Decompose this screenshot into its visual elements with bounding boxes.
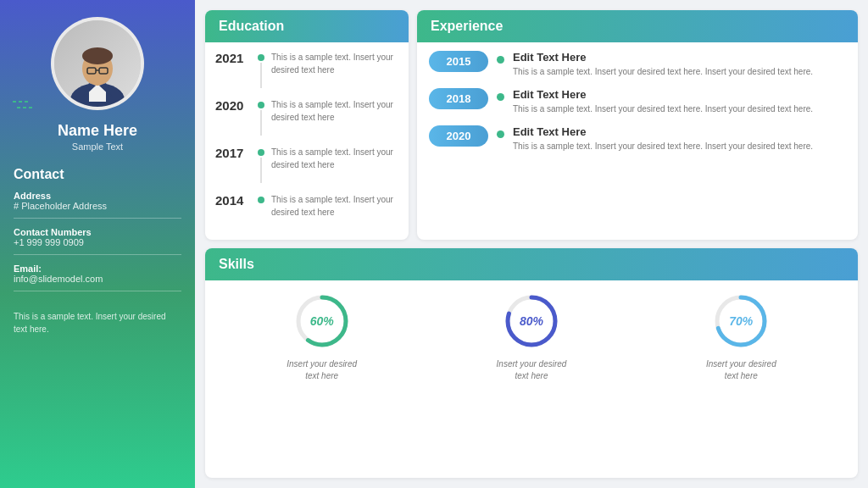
education-item: 2021 This is a sample text. Insert your … [215,51,398,88]
edu-dot [258,197,264,203]
edu-text: This is a sample text. Insert your desir… [271,98,398,124]
skill-circle-container: 70% [710,291,771,352]
edu-year: 2020 [215,98,251,113]
profile-subtitle: Sample Text [72,141,123,152]
education-item: 2014 This is a sample text. Insert your … [215,193,398,219]
education-list: 2021 This is a sample text. Insert your … [205,42,409,237]
experience-item: 2018 Edit Text Here This is a sample tex… [429,88,846,115]
exp-year-badge: 2020 [429,125,488,147]
education-header: Education [205,10,409,42]
exp-desc: This is a sample text. Insert your desir… [513,140,813,152]
address-label: Address [14,191,181,201]
exp-dot [497,56,504,64]
edu-line [260,158,262,183]
exp-content: Edit Text Here This is a sample text. In… [513,125,813,152]
skill-circle-container: 80% [501,291,562,352]
education-card: Education 2021 This is a sample text. In… [205,10,409,240]
exp-title: Edit Text Here [513,125,813,138]
experience-list: 2015 Edit Text Here This is a sample tex… [417,42,858,161]
skills-card: Skills 60% Insert your desiredtext here … [205,248,858,478]
exp-year-badge: 2015 [429,51,488,72]
skill-item: 70% Insert your desiredtext here [706,291,776,382]
skill-desc: Insert your desiredtext here [287,358,357,382]
skills-header: Skills [205,248,858,280]
address-value: # Placeholder Address [14,201,181,211]
skill-circle-container: 60% [292,291,353,352]
exp-content: Edit Text Here This is a sample text. In… [513,51,813,78]
skill-desc: Insert your desiredtext here [497,358,567,382]
edu-text: This is a sample text. Insert your desir… [271,51,398,76]
phone-value: +1 999 999 0909 [14,237,181,247]
contact-email: Email: info@slidemodel.com [14,263,181,291]
exp-year-badge: 2018 [429,88,488,109]
edu-dot [258,54,264,61]
education-item: 2017 This is a sample text. Insert your … [215,146,398,183]
experience-item: 2015 Edit Text Here This is a sample tex… [429,51,846,78]
contact-phone: Contact Numbers +1 999 999 0909 [14,227,181,255]
edu-text: This is a sample text. Insert your desir… [271,146,398,171]
edu-line [260,110,262,136]
exp-dot [497,93,504,101]
skill-item: 60% Insert your desiredtext here [287,291,357,382]
main-content: Education 2021 This is a sample text. In… [195,0,868,488]
exp-desc: This is a sample text. Insert your desir… [513,103,813,115]
experience-title: Experience [431,19,503,34]
experience-header: Experience [417,10,858,42]
education-item: 2020 This is a sample text. Insert your … [215,98,398,136]
skill-percent: 60% [310,314,334,328]
contact-address: Address # Placeholder Address [14,191,181,219]
email-value: info@slidemodel.com [14,274,181,284]
email-label: Email: [14,263,181,274]
edu-text: This is a sample text. Insert your desir… [271,193,398,219]
experience-card: Experience 2015 Edit Text Here This is a… [417,10,858,240]
phone-label: Contact Numbers [14,227,181,237]
contact-title: Contact [14,167,181,182]
edu-year: 2017 [215,146,251,160]
skills-title: Skills [219,257,254,272]
exp-content: Edit Text Here This is a sample text. In… [513,88,813,115]
skill-percent: 80% [520,314,543,328]
accent-decoration [13,97,38,114]
edu-dot-line [258,98,264,136]
contact-section: Contact Address # Placeholder Address Co… [14,167,181,300]
exp-dot [497,130,504,138]
edu-line [260,63,262,88]
edu-dot [258,102,264,108]
skill-item: 80% Insert your desiredtext here [497,291,567,382]
skill-desc: Insert your desiredtext here [706,358,776,382]
edu-dot [258,149,264,156]
skills-content: 60% Insert your desiredtext here 80% Ins… [205,280,858,392]
edu-dot-line [258,146,264,183]
svg-point-3 [82,47,113,64]
top-row: Education 2021 This is a sample text. In… [205,10,858,240]
exp-desc: This is a sample text. Insert your desir… [513,65,813,78]
avatar [51,17,144,110]
sidebar: Name Here Sample Text Contact Address # … [0,0,195,488]
education-title: Education [219,19,284,34]
experience-item: 2020 Edit Text Here This is a sample tex… [429,125,846,152]
profile-name: Name Here [58,122,137,140]
exp-title: Edit Text Here [513,51,813,64]
skill-percent: 70% [729,314,753,328]
exp-title: Edit Text Here [513,88,813,101]
edu-dot-line [258,193,264,203]
edu-year: 2021 [215,51,251,65]
edu-dot-line [258,51,264,88]
sidebar-footer: This is a sample text. Insert your desir… [14,310,181,336]
edu-year: 2014 [215,193,251,208]
